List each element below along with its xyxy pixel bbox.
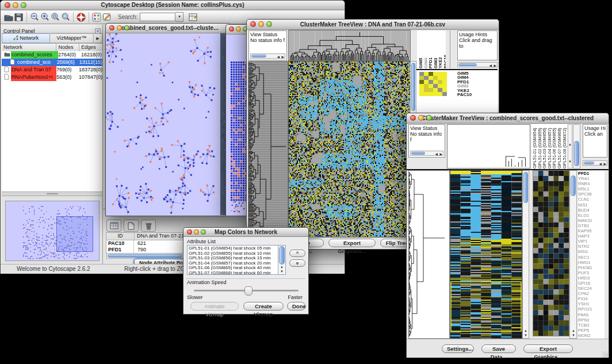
save-session-icon[interactable] bbox=[14, 12, 24, 22]
gene-label[interactable]: GPI16 bbox=[578, 281, 605, 286]
gene-label[interactable]: PHO81 bbox=[578, 265, 605, 270]
view-status-hscrollbar[interactable]: ◀ ▶ bbox=[250, 53, 285, 59]
matrix-cell[interactable] bbox=[419, 72, 424, 76]
minimize-button[interactable] bbox=[236, 26, 241, 32]
matrix-cell[interactable] bbox=[429, 80, 433, 84]
matrix-cell[interactable] bbox=[419, 76, 424, 80]
tv2-row-dendrogram[interactable] bbox=[408, 170, 450, 339]
done-button[interactable]: Done bbox=[287, 302, 305, 311]
tab-network[interactable]: Network bbox=[2, 33, 50, 43]
close-button[interactable] bbox=[229, 26, 234, 32]
zoom-out-icon[interactable] bbox=[29, 12, 40, 22]
tv2-heatmap-vscrollbar[interactable]: ▲ ▼ bbox=[522, 170, 529, 339]
tab-vizmapper[interactable]: VizMapper™ bbox=[50, 33, 94, 43]
table-row[interactable]: RNAPuberNov2+I563(0)107847(0) bbox=[2, 74, 102, 81]
id-column-header[interactable]: ID bbox=[106, 233, 135, 240]
matrix-cell[interactable] bbox=[438, 76, 442, 80]
matrix-cell[interactable] bbox=[429, 92, 433, 96]
animate-vizmap-button[interactable]: Animate Vizmap bbox=[190, 302, 239, 311]
tv2-save-data-button[interactable]: Save Data... bbox=[481, 344, 516, 353]
vizmapper-icon[interactable] bbox=[91, 12, 102, 22]
col-nodes[interactable]: Nodes bbox=[56, 44, 79, 51]
col-edges[interactable]: Edges bbox=[79, 44, 102, 51]
annotation-icon[interactable] bbox=[102, 12, 112, 22]
matrix-cell[interactable] bbox=[429, 72, 433, 76]
resize-grip[interactable] bbox=[602, 351, 608, 357]
open-session-icon[interactable] bbox=[3, 12, 14, 22]
gene-label[interactable]: TCB3 bbox=[578, 323, 605, 328]
create-vizmap-button[interactable]: Create Vizmap bbox=[243, 302, 284, 311]
close-button[interactable] bbox=[187, 229, 192, 235]
matrix-cell[interactable] bbox=[442, 80, 447, 84]
gene-label[interactable]: SEC1 bbox=[578, 255, 605, 260]
matrix-cell[interactable] bbox=[438, 80, 442, 84]
matrix-cell[interactable] bbox=[433, 92, 438, 96]
search-input[interactable] bbox=[140, 13, 175, 21]
gene-label[interactable]: ELG1 bbox=[578, 213, 605, 218]
matrix-cell[interactable] bbox=[433, 72, 438, 76]
tv2-usage-hscrollbar[interactable]: ◀ ▶ bbox=[583, 160, 607, 166]
zoom-in-icon[interactable] bbox=[40, 12, 50, 22]
search-dropdown-icon[interactable]: ▼ bbox=[175, 12, 183, 22]
gene-label[interactable]: SEC24 bbox=[578, 286, 605, 291]
gene-label[interactable]: NTR2 bbox=[578, 244, 605, 249]
matrix-cell[interactable] bbox=[442, 72, 447, 76]
matrix-cell[interactable] bbox=[419, 88, 424, 92]
gene-label[interactable]: MSI1 bbox=[578, 249, 605, 254]
matrix-cell[interactable] bbox=[433, 88, 438, 92]
new-attribute-icon[interactable] bbox=[124, 220, 139, 232]
attribute-browser-icon[interactable] bbox=[188, 12, 198, 22]
gene-label[interactable]: RPO21 bbox=[578, 306, 605, 312]
matrix-cell[interactable] bbox=[419, 80, 424, 84]
matrix-cell[interactable] bbox=[424, 92, 429, 96]
zoom-button[interactable] bbox=[21, 2, 26, 8]
animation-speed-slider[interactable] bbox=[194, 290, 299, 292]
close-button[interactable] bbox=[5, 2, 10, 8]
zoom-button[interactable] bbox=[201, 229, 206, 235]
matrix-cell[interactable] bbox=[429, 88, 433, 92]
tv2-collabel-vscrollbar[interactable] bbox=[573, 124, 580, 168]
tv2-column-label[interactable]: GPL51-08 (GSM872) bbox=[563, 124, 567, 168]
tv1-usage-hscrollbar[interactable]: ◀ ▶ bbox=[457, 62, 498, 67]
tv2-column-dendrogram[interactable] bbox=[447, 124, 530, 168]
gene-label[interactable]: HMG1 bbox=[578, 260, 605, 265]
gene-label[interactable]: PAN1 bbox=[578, 312, 605, 317]
network-overview-panel[interactable] bbox=[5, 201, 100, 261]
zoom-fit-icon[interactable] bbox=[60, 12, 71, 22]
minimize-button[interactable] bbox=[13, 2, 18, 8]
tv1-zoom-matrix[interactable] bbox=[419, 72, 447, 96]
gene-label[interactable]: NIS1 bbox=[578, 202, 605, 208]
zoom-button[interactable] bbox=[266, 21, 272, 27]
gene-label[interactable]: HAP3 bbox=[578, 233, 605, 239]
tv2-export-graphics-button[interactable]: Export Graphics... bbox=[523, 344, 573, 353]
network-canvas[interactable] bbox=[106, 33, 230, 215]
matrix-cell[interactable] bbox=[429, 84, 433, 88]
move-up-button[interactable]: ^ bbox=[289, 250, 305, 257]
tv1-column-label[interactable]: PAC10 bbox=[443, 30, 446, 68]
matrix-cell[interactable] bbox=[424, 84, 429, 88]
matrix-cell[interactable] bbox=[442, 84, 447, 88]
network-view-titlebar[interactable]: combined_scores_good.txt--cluste... bbox=[106, 24, 231, 33]
matrix-cell[interactable] bbox=[442, 76, 447, 80]
tv1-row-label[interactable]: PAC10 bbox=[457, 93, 472, 97]
main-titlebar[interactable]: Cytoscape Desktop (Session Name: collins… bbox=[1, 1, 345, 10]
treeview2-titlebar[interactable]: ClusterMaker TreeView : combined_scores_… bbox=[407, 113, 609, 124]
move-down-button[interactable]: v bbox=[289, 259, 305, 267]
gene-label[interactable]: PEP5 bbox=[578, 328, 605, 333]
slider-thumb[interactable] bbox=[244, 286, 253, 296]
attribute-list[interactable]: GPL51-01 (GSM854) heat shock 05 minGPL51… bbox=[187, 245, 286, 275]
matrix-cell[interactable] bbox=[424, 80, 429, 84]
tv1-export-graphics-button[interactable]: Export Graphics... bbox=[328, 239, 376, 247]
matrix-cell[interactable] bbox=[419, 92, 424, 96]
zoom-button[interactable] bbox=[124, 25, 129, 30]
table-row[interactable]: DNA and Tran 07769(0)183728(0) bbox=[2, 66, 102, 74]
matrix-cell[interactable] bbox=[433, 80, 438, 84]
tv2-global-heatmap[interactable] bbox=[533, 170, 569, 336]
matrix-cell[interactable] bbox=[433, 76, 438, 80]
matrix-cell[interactable] bbox=[424, 72, 429, 76]
gene-label[interactable]: BUD4 bbox=[578, 208, 605, 213]
matrix-cell[interactable] bbox=[438, 88, 442, 92]
minimize-button[interactable] bbox=[258, 21, 264, 27]
zoom-button[interactable] bbox=[426, 115, 432, 121]
tv1-column-dendrogram[interactable] bbox=[288, 30, 411, 61]
